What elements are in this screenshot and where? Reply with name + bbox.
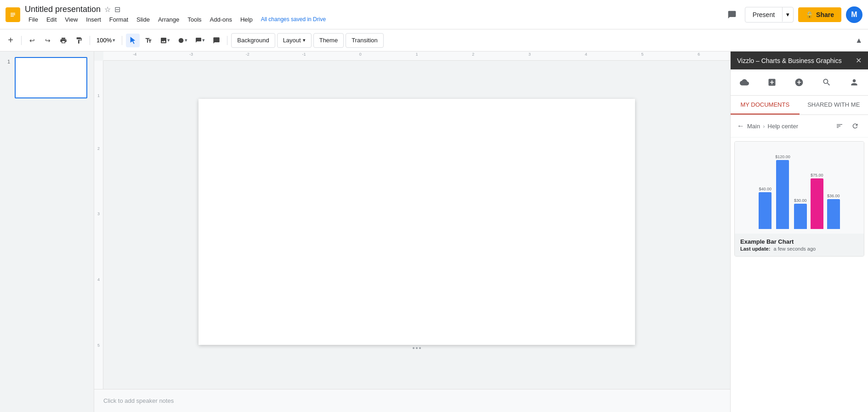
add-button[interactable]: + xyxy=(4,34,17,47)
separator-4 xyxy=(227,36,227,45)
chart-title: Example Bar Chart xyxy=(740,238,858,245)
canvas-wrapper: 1 2 3 4 5 xyxy=(94,61,730,389)
vizzlo-new-doc-button[interactable] xyxy=(764,74,780,91)
ruler-tick-label: -1 xyxy=(302,52,306,57)
ruler-tick-label: 1 xyxy=(415,52,418,57)
redo-button[interactable]: ↪ xyxy=(41,34,55,47)
image-dropdown[interactable]: ▾ xyxy=(157,35,173,46)
paint-format-button[interactable] xyxy=(72,34,86,47)
menu-view[interactable]: View xyxy=(61,14,81,25)
vizzlo-panel-icon-bar xyxy=(731,69,868,96)
top-right: Present ▾ 🔒 Share M xyxy=(724,6,862,23)
menu-addons[interactable]: Add-ons xyxy=(206,14,236,25)
tab-shared-with-me[interactable]: SHARED WITH ME xyxy=(800,96,868,114)
vizzlo-panel-header: Vizzlo – Charts & Business Graphics ✕ xyxy=(731,52,868,69)
ruler-tick-label: 4 xyxy=(585,52,587,57)
cloud-icon[interactable]: ⊟ xyxy=(114,5,120,14)
menu-insert[interactable]: Insert xyxy=(82,14,105,25)
main-area: 1 -4 -3 -2 -1 0 1 2 3 4 5 6 1 xyxy=(0,52,868,412)
svg-rect-2 xyxy=(11,14,15,15)
share-button[interactable]: 🔒 Share xyxy=(798,7,841,22)
menu-slide[interactable]: Slide xyxy=(133,14,153,25)
bar-5-label: $36.00 xyxy=(827,194,840,198)
separator-3 xyxy=(122,36,122,45)
ruler-tick-label: 2 xyxy=(472,52,474,57)
collapse-toolbar-button[interactable]: ▲ xyxy=(853,34,864,46)
menu-tools[interactable]: Tools xyxy=(184,14,205,25)
menu-file[interactable]: File xyxy=(25,14,42,25)
bar-1: $40.00 xyxy=(759,187,772,229)
bar-3-bar xyxy=(794,204,807,229)
cursor-tool-button[interactable] xyxy=(126,34,140,47)
separator-1 xyxy=(21,36,22,45)
comment-button[interactable] xyxy=(724,6,740,23)
vizzlo-tabs: MY DOCUMENTS SHARED WITH ME xyxy=(731,96,868,115)
menu-format[interactable]: Format xyxy=(106,14,132,25)
bar-3-label: $30.00 xyxy=(794,198,807,203)
bar-3: $30.00 xyxy=(794,198,807,229)
title-area: Untitled presentation ☆ ⊟ File Edit View… xyxy=(25,5,724,25)
slide-number: 1 xyxy=(6,59,12,64)
slide-canvas-area[interactable] xyxy=(103,61,730,389)
ruler-tick-label: -2 xyxy=(246,52,250,57)
line-dropdown[interactable]: ▾ xyxy=(192,35,208,46)
ruler-horizontal: -4 -3 -2 -1 0 1 2 3 4 5 6 xyxy=(103,52,730,61)
breadcrumb-main[interactable]: Main xyxy=(747,123,760,130)
separator-2 xyxy=(90,36,90,45)
doc-title[interactable]: Untitled presentation xyxy=(25,5,101,14)
svg-rect-1 xyxy=(11,13,15,14)
vizzlo-panel-close-button[interactable]: ✕ xyxy=(856,56,862,65)
vizzlo-person-button[interactable] xyxy=(846,74,862,91)
layout-button[interactable]: Layout ▾ xyxy=(277,33,312,48)
menu-edit[interactable]: Edit xyxy=(43,14,60,25)
bar-1-label: $40.00 xyxy=(759,187,772,191)
vizzlo-search-button[interactable] xyxy=(818,74,835,91)
avatar[interactable]: M xyxy=(846,6,862,23)
print-button[interactable] xyxy=(57,34,70,47)
chart-subtitle: Last update: a few seconds ago xyxy=(740,246,858,252)
shapes-dropdown[interactable]: ▾ xyxy=(175,35,190,46)
last-update-label: Last update: xyxy=(740,246,770,252)
ruler-tick-label: 0 xyxy=(359,52,362,57)
menu-arrange[interactable]: Arrange xyxy=(154,14,183,25)
bar-4-bar xyxy=(811,178,823,229)
chart-card[interactable]: $40.00 $120.00 $30.00 $75.00 xyxy=(734,141,864,257)
speaker-notes[interactable]: Click to add speaker notes xyxy=(94,389,730,412)
refresh-button[interactable] xyxy=(849,120,862,132)
slide-canvas[interactable] xyxy=(199,99,635,345)
zoom-value: 100% xyxy=(96,37,112,44)
present-button[interactable]: Present xyxy=(745,7,782,22)
theme-button[interactable]: Theme xyxy=(313,33,344,48)
filter-button[interactable] xyxy=(833,120,846,132)
slide-thumb-1[interactable]: 1 xyxy=(4,55,90,100)
chart-preview: $40.00 $120.00 $30.00 $75.00 xyxy=(735,142,864,234)
lock-icon: 🔒 xyxy=(806,11,813,18)
slide-thumbnail-1[interactable] xyxy=(15,57,87,98)
vizzlo-cloud-button[interactable] xyxy=(736,74,753,91)
ruler-tick-label: -3 xyxy=(189,52,193,57)
tab-my-documents[interactable]: MY DOCUMENTS xyxy=(731,96,800,114)
menu-bar: File Edit View Insert Format Slide Arran… xyxy=(25,14,724,25)
text-box-button[interactable] xyxy=(142,34,155,47)
undo-button[interactable]: ↩ xyxy=(25,34,39,47)
vizzlo-breadcrumb: ← Main › Help center xyxy=(731,115,868,137)
vizzlo-panel: Vizzlo – Charts & Business Graphics ✕ MY… xyxy=(730,52,868,412)
ruler-tick-label: 3 xyxy=(528,52,531,57)
vizzlo-add-button[interactable] xyxy=(791,74,807,91)
autosave-status: All changes saved in Drive xyxy=(261,16,326,23)
drag-handle[interactable] xyxy=(403,347,431,349)
bar-5-bar xyxy=(827,199,840,229)
menu-help[interactable]: Help xyxy=(237,14,256,25)
comment-add-button[interactable] xyxy=(210,34,223,47)
background-button[interactable]: Background xyxy=(231,33,275,48)
toolbar: + ↩ ↪ 100% ▾ ▾ ▾ ▾ Background Layout ▾ T… xyxy=(0,29,868,52)
ruler-tick-label: 5 xyxy=(641,52,644,57)
chart-info: Example Bar Chart Last update: a few sec… xyxy=(735,234,864,256)
transition-button[interactable]: Transition xyxy=(346,33,384,48)
app-logo xyxy=(6,7,20,22)
star-icon[interactable]: ☆ xyxy=(104,5,111,14)
present-dropdown-button[interactable]: ▾ xyxy=(782,7,793,22)
bar-2-label: $120.00 xyxy=(775,154,790,159)
zoom-dropdown[interactable]: 100% ▾ xyxy=(94,35,118,46)
breadcrumb-back-button[interactable]: ← xyxy=(737,122,744,130)
